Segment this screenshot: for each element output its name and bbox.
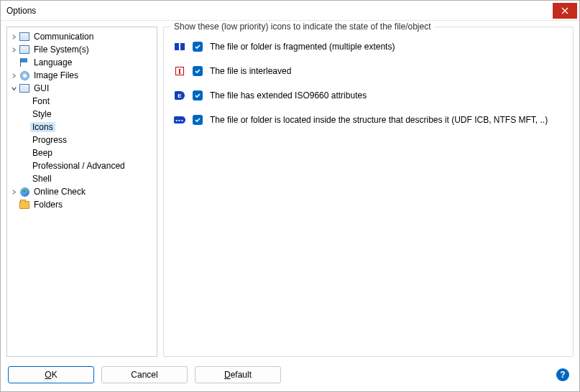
tree-item-shell[interactable]: Shell xyxy=(9,172,155,185)
titlebar: Options xyxy=(1,1,579,21)
options-dialog: Options CommunicationFile System(s)Langu… xyxy=(0,0,580,392)
tree-item-label: Font xyxy=(30,96,52,106)
option-checkbox[interactable] xyxy=(193,90,203,101)
option-checkbox[interactable] xyxy=(193,42,203,52)
chevron-right-icon[interactable] xyxy=(9,70,19,80)
tree-item-gui[interactable]: GUI xyxy=(9,82,155,95)
fragmented-icon xyxy=(175,42,185,51)
tree-item-label: GUI xyxy=(32,83,51,93)
help-button[interactable]: ? xyxy=(556,368,569,381)
tree-item-label: Communication xyxy=(32,32,96,42)
tree-item-icons[interactable]: Icons xyxy=(9,121,155,134)
cancel-button[interactable]: Cancel xyxy=(101,366,188,383)
tree-item-label: Image Files xyxy=(32,70,80,80)
close-button[interactable] xyxy=(553,3,577,19)
tree-item-label: Icons xyxy=(30,122,55,132)
chevron-right-icon[interactable] xyxy=(9,187,19,197)
tree-item-style[interactable]: Style xyxy=(9,108,155,121)
option-row: EThe file has extended ISO9660 attribute… xyxy=(174,90,563,101)
content-area: CommunicationFile System(s)LanguageImage… xyxy=(1,21,579,363)
tree-item-label: File System(s) xyxy=(32,45,91,55)
tree-item-language[interactable]: Language xyxy=(9,56,155,69)
category-tree[interactable]: CommunicationFile System(s)LanguageImage… xyxy=(6,27,157,357)
tree-item-progress[interactable]: Progress xyxy=(9,134,155,146)
tree-item-file-system-s-[interactable]: File System(s) xyxy=(9,43,155,56)
tree-item-label: Style xyxy=(30,109,54,119)
node-icon xyxy=(19,32,29,41)
option-label: The file or folder is fragmented (multip… xyxy=(210,42,395,52)
options-list: The file or folder is fragmented (multip… xyxy=(164,27,573,135)
option-row: •••The file or folder is located inside … xyxy=(174,115,563,125)
interleaved-icon: I xyxy=(175,67,184,75)
tree-item-professional-advanced[interactable]: Professional / Advanced xyxy=(9,159,155,172)
globe-icon xyxy=(20,187,29,197)
group-box: Show these (low priority) icons to indic… xyxy=(163,27,574,357)
located-inside-icon: ••• xyxy=(174,116,185,123)
close-icon xyxy=(561,7,569,14)
option-label: The file is interleaved xyxy=(210,66,291,76)
button-row: OK Cancel Default ? xyxy=(1,363,579,391)
option-checkbox[interactable] xyxy=(193,66,203,76)
option-checkbox[interactable] xyxy=(193,115,203,125)
option-row: The file or folder is fragmented (multip… xyxy=(174,42,563,52)
chevron-down-icon[interactable] xyxy=(9,83,19,93)
node-icon xyxy=(19,45,29,54)
tree-item-label: Language xyxy=(32,57,74,67)
tree-item-online-check[interactable]: Online Check xyxy=(9,185,155,198)
flag-icon xyxy=(19,58,29,67)
tree-item-label: Shell xyxy=(30,174,54,184)
option-label: The file has extended ISO9660 attributes xyxy=(210,90,367,101)
option-row: IThe file is interleaved xyxy=(174,66,563,76)
node-icon xyxy=(19,84,29,93)
settings-panel: Show these (low priority) icons to indic… xyxy=(163,27,574,357)
ok-button[interactable]: OK xyxy=(8,366,94,383)
tree-item-label: Professional / Advanced xyxy=(30,161,127,171)
window-title: Options xyxy=(6,6,553,16)
tree-item-image-files[interactable]: Image Files xyxy=(9,69,155,82)
chevron-right-icon[interactable] xyxy=(9,32,19,42)
tree-item-label: Beep xyxy=(30,148,55,158)
tree-item-label: Progress xyxy=(30,135,69,145)
option-label: The file or folder is located inside the… xyxy=(210,115,548,125)
folder-icon xyxy=(19,201,29,209)
tree-item-label: Online Check xyxy=(32,187,88,197)
tree-item-folders[interactable]: Folders xyxy=(9,198,155,211)
extended-attr-icon: E xyxy=(175,91,185,100)
tree-item-label: Folders xyxy=(32,200,65,210)
tree-item-communication[interactable]: Communication xyxy=(9,30,155,43)
tree-item-beep[interactable]: Beep xyxy=(9,146,155,159)
group-title: Show these (low priority) icons to indic… xyxy=(171,22,434,32)
tree-item-font[interactable]: Font xyxy=(9,95,155,108)
default-button[interactable]: Default xyxy=(195,366,281,383)
chevron-right-icon[interactable] xyxy=(9,45,19,55)
disc-icon xyxy=(20,71,29,80)
